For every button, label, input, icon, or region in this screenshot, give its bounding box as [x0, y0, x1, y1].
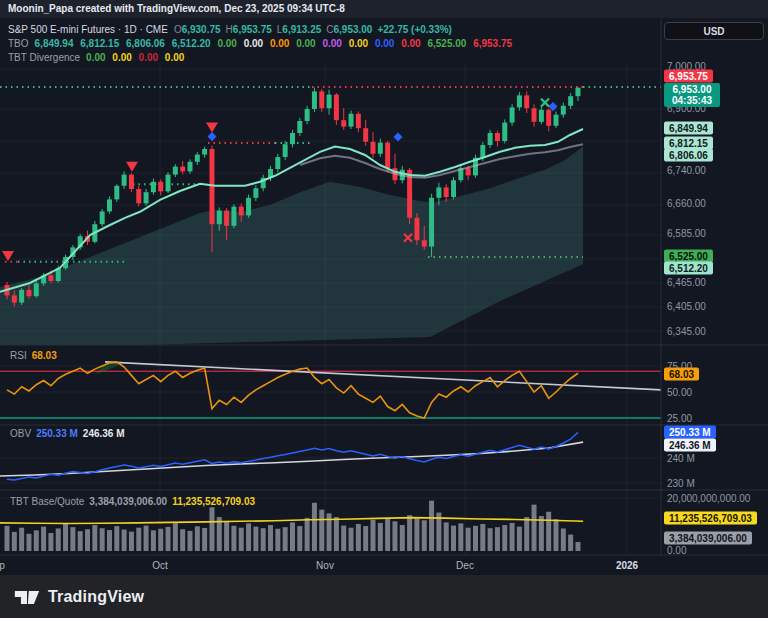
legend-symbol-row[interactable]: S&P 500 E-mini Futures · 1D · CMEO6,930.…: [8, 23, 516, 36]
ohlc-item: H6,953.75: [226, 24, 277, 35]
ohlc-values: O6,930.75H6,953.75L6,913.25C6,953.00+22.…: [174, 24, 452, 35]
time-label-Sep: Sep: [0, 560, 5, 571]
rsi-label[interactable]: RSI68.03: [10, 350, 57, 361]
ohlc-item: O6,930.75: [174, 24, 226, 35]
symbol-title: S&P 500 E-mini Futures · 1D · CME: [8, 24, 168, 35]
price-badge: 6,849.94: [664, 122, 713, 135]
chart-plot-area[interactable]: [0, 0, 768, 618]
signal-triangle-down-icon: [206, 123, 218, 133]
change-value: +22.75 (+0.33%): [377, 24, 452, 35]
tbt-divergence-value: 0.00: [86, 52, 105, 63]
tbo-values: 6,849.94 6,812.15 6,806.06 6,512.20 0.00…: [35, 38, 517, 49]
tbo-value: 6,812.15: [80, 38, 119, 49]
tradingview-logo-text[interactable]: TradingView: [48, 588, 144, 606]
tbo-value: 0.00: [244, 38, 263, 49]
price-tick: 6,405.00: [667, 301, 706, 312]
tbt-value-badge: 3,384,039,006.00: [664, 532, 752, 545]
price-badge: 6,512.20: [664, 262, 713, 275]
tbt-divergence-values: 0.00 0.00 0.00 0.00: [86, 52, 188, 63]
tbo-value: 0.00: [270, 38, 289, 49]
obv-tick: 240 M: [667, 453, 695, 464]
price-tick: 6,740.00: [667, 165, 706, 176]
obv-tick: 230 M: [667, 478, 695, 489]
tbt-divergence-label: TBT Divergence: [8, 52, 80, 63]
tbt-tick: 20,000,000,000.00: [667, 493, 750, 504]
tbo-value: 0.00: [217, 38, 236, 49]
signal-diamond-icon: [548, 102, 557, 111]
obv-value-badge: 246.36 M: [664, 439, 716, 452]
tbt-divergence-value: 0.00: [112, 52, 131, 63]
currency-toggle-button[interactable]: USD: [664, 22, 764, 40]
rsi-value-badge: 68.03: [664, 368, 699, 381]
tbo-value: 6,512.20: [172, 38, 211, 49]
legend-tbt-divergence-row[interactable]: TBT Divergence0.00 0.00 0.00 0.00: [8, 51, 516, 64]
obv-pane[interactable]: [0, 432, 583, 480]
time-label-Dec: Dec: [456, 560, 474, 571]
rsi-tick: 50.00: [667, 387, 692, 398]
ohlc-item: C6,953.00: [326, 24, 377, 35]
ohlc-item: L6,913.25: [277, 24, 327, 35]
rsi-tick: 25.00: [667, 413, 692, 424]
price-tick: 6,465.00: [667, 277, 706, 288]
obv-value-badge: 250.33 M: [664, 426, 716, 439]
price-tick: 6,585.00: [667, 228, 706, 239]
tbo-value: 0.00: [401, 38, 420, 49]
currency-label: USD: [703, 26, 724, 37]
tradingview-published-chart: Moonin_Papa created with TradingView.com…: [0, 0, 768, 618]
tbo-value: 6,849.94: [35, 38, 74, 49]
legend-tbo-row[interactable]: TBO6,849.94 6,812.15 6,806.06 6,512.20 0…: [8, 37, 516, 50]
tbt-tick: 0.00: [667, 545, 686, 556]
tbo-value: 0.00: [296, 38, 315, 49]
signal-triangle-down-icon: [126, 162, 138, 172]
signal-diamond-icon: [207, 132, 216, 141]
last-price: 6,953.00: [667, 84, 717, 95]
tbo-value: 6,806.06: [126, 38, 165, 49]
footer-bar: TradingView: [0, 575, 768, 618]
tbo-value: 0.00: [322, 38, 341, 49]
tbt-divergence-value: 0.00: [165, 52, 184, 63]
tradingview-logo-icon[interactable]: [14, 586, 40, 608]
tbo-value: 6,953.75: [473, 38, 512, 49]
tbt-value-badge: 11,235,526,709.03: [664, 512, 757, 525]
time-label-Nov: Nov: [316, 560, 334, 571]
legend: S&P 500 E-mini Futures · 1D · CMEO6,930.…: [8, 23, 516, 65]
tbo-value: 0.00: [349, 38, 368, 49]
tbt-pane[interactable]: [0, 501, 583, 551]
price-tick: 6,660.00: [667, 198, 706, 209]
tbo-value: 0.00: [375, 38, 394, 49]
signal-diamond-icon: [393, 132, 402, 141]
price-pane[interactable]: [0, 87, 661, 349]
time-label-Oct: Oct: [152, 560, 168, 571]
price-badge: 6,953.75: [664, 70, 713, 83]
tbt-label[interactable]: TBT Base/Quote3,384,039,006.0011,235,526…: [10, 496, 255, 507]
bar-countdown: 04:35:43: [667, 95, 717, 106]
price-badge: 6,806.06: [664, 149, 713, 162]
time-label-2026: 2026: [616, 560, 638, 571]
last-price-countdown-badge: 6,953.0004:35:43: [664, 83, 720, 107]
obv-label[interactable]: OBV250.33 M246.36 M: [10, 428, 125, 439]
tbt-divergence-value: 0.00: [139, 52, 158, 63]
price-tick: 6,345.00: [667, 326, 706, 337]
rsi-pane[interactable]: [0, 361, 661, 418]
tbo-indicator-label: TBO: [8, 38, 29, 49]
tbo-value: 6,525.00: [427, 38, 466, 49]
